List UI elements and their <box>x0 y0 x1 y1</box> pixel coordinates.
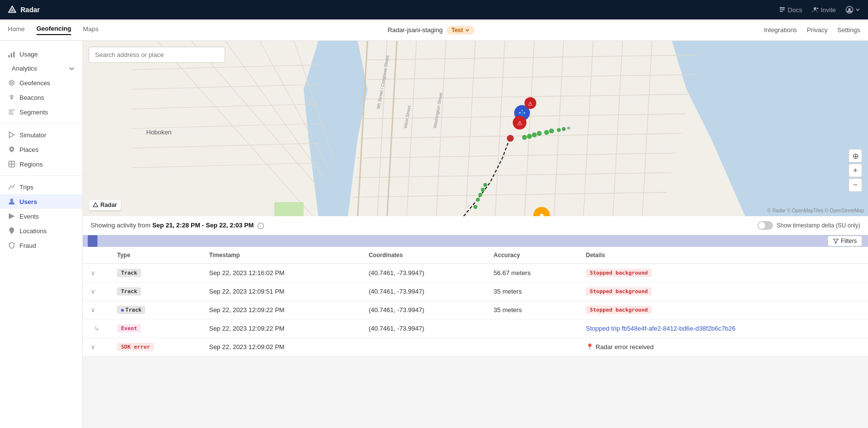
zoom-in-button[interactable]: + <box>849 164 862 177</box>
detail-cell: Stopped background <box>578 264 868 282</box>
timestamp-cell: Sep 22, 2023 12:09:22 PM <box>201 301 361 319</box>
timeline-scrubber[interactable]: Filters <box>83 235 868 247</box>
col-accuracy: Accuracy <box>486 247 578 264</box>
sidebar-item-locations[interactable]: Locations <box>0 223 82 238</box>
filters-button[interactable]: Filters <box>828 236 862 246</box>
detail-cell: Stopped trip fb548e4f-afe2-8412-bd6e-d38… <box>578 319 868 338</box>
svg-point-59 <box>549 129 554 133</box>
toggle-label: Show timestamp delta (SU only) <box>777 222 860 229</box>
expand-button[interactable]: ∨ <box>91 343 96 351</box>
detail-link[interactable]: Stopped trip fb548e4f-afe2-8412-bd6e-d38… <box>586 325 735 332</box>
table-header: Type Timestamp Coordinates Accuracy Deta… <box>83 247 868 264</box>
expand-cell: ∨ <box>83 338 109 356</box>
workspace-name: Radar-jsani-staging <box>387 26 443 34</box>
trips-icon <box>8 183 16 191</box>
type-badge: Event <box>117 324 141 333</box>
sidebar-item-simulator[interactable]: Simulator <box>0 128 82 142</box>
col-expand <box>83 247 109 264</box>
nav-home[interactable]: Home <box>8 25 25 35</box>
detail-badge: Stopped background <box>586 306 652 314</box>
svg-text:👤: 👤 <box>519 110 525 116</box>
invite-link[interactable]: Invite <box>812 6 836 14</box>
timeline-handle[interactable] <box>88 235 97 247</box>
sidebar-item-places[interactable]: Places <box>0 142 82 157</box>
user-menu[interactable] <box>846 6 860 14</box>
geofences-icon <box>8 79 16 87</box>
docs-link[interactable]: Docs <box>779 6 802 14</box>
nav-maps[interactable]: Maps <box>83 25 98 35</box>
sidebar-item-usage[interactable]: Usage <box>0 47 82 61</box>
svg-point-66 <box>479 193 482 197</box>
sidebar-divider-2 <box>0 175 82 176</box>
sidebar-item-events[interactable]: Events <box>0 209 82 223</box>
col-coordinates: Coordinates <box>361 247 485 264</box>
svg-marker-20 <box>9 132 14 138</box>
sidebar-item-geofences[interactable]: Geofences <box>0 75 82 90</box>
svg-point-55 <box>537 131 541 136</box>
compass-button[interactable]: ⊕ <box>849 149 862 163</box>
sidebar-item-segments[interactable]: Segments <box>0 105 82 119</box>
main-layout: Usage Analytics Geofences Beacons Segmen… <box>0 41 868 356</box>
subnav-right-links: Integrations Privacy Settings <box>764 26 860 34</box>
sidebar-item-beacons[interactable]: Beacons <box>0 90 82 105</box>
privacy-link[interactable]: Privacy <box>807 26 828 34</box>
regions-icon <box>8 160 16 168</box>
expand-button[interactable]: ∨ <box>91 306 96 314</box>
type-badge: ●Track <box>117 306 145 314</box>
sidebar-item-fraud[interactable]: Fraud <box>0 238 82 253</box>
sidebar-item-trips[interactable]: Trips <box>0 180 82 194</box>
logo: Radar <box>8 5 40 14</box>
expand-cell: ∨ <box>83 282 109 301</box>
nav-geofencing[interactable]: Geofencing <box>37 25 72 35</box>
accuracy-cell: 35 meters <box>486 282 578 301</box>
map-svg: 👤 ⚠ ⚠ West Street Washington Street <box>83 41 868 216</box>
table-row: ↳EventSep 22, 2023 12:09:22 PM(40.7461, … <box>83 319 868 338</box>
accuracy-cell <box>486 338 578 356</box>
expand-cell: ∨ <box>83 264 109 282</box>
env-badge[interactable]: Test <box>446 26 475 35</box>
svg-rect-4 <box>780 11 783 12</box>
timestamp-toggle[interactable] <box>757 221 773 230</box>
sidebar-item-users[interactable]: Users <box>0 194 82 209</box>
error-detail: 📍Radar error received <box>586 343 654 351</box>
accuracy-cell: 56.67 meters <box>486 264 578 282</box>
expand-button[interactable]: ∨ <box>91 288 96 295</box>
expand-button[interactable]: ∨ <box>91 269 96 277</box>
accuracy-cell <box>486 319 578 338</box>
svg-point-56 <box>532 132 537 137</box>
table-row: ∨SDK errorSep 22, 2023 12:09:02 PM📍Radar… <box>83 338 868 356</box>
col-type: Type <box>109 247 201 264</box>
type-badge: SDK error <box>117 343 154 351</box>
map-search <box>89 47 225 63</box>
detail-cell: Stopped background <box>578 301 868 319</box>
sidebar-item-regions[interactable]: Regions <box>0 157 82 171</box>
detail-badge: Stopped background <box>586 287 652 296</box>
type-cell: Track <box>109 264 201 282</box>
svg-marker-81 <box>93 203 98 206</box>
integrations-link[interactable]: Integrations <box>764 26 797 34</box>
svg-rect-11 <box>11 53 12 57</box>
data-table: Type Timestamp Coordinates Accuracy Deta… <box>83 247 868 356</box>
detail-cell: 📍Radar error received <box>578 338 868 356</box>
table-row: ∨TrackSep 22, 2023 12:09:51 PM(40.7461, … <box>83 282 868 301</box>
coordinates-cell: (40.7461, -73.9947) <box>361 319 485 338</box>
table-container: Type Timestamp Coordinates Accuracy Deta… <box>83 247 868 356</box>
indent-icon: ↳ <box>91 325 99 332</box>
svg-point-62 <box>562 127 566 131</box>
workspace-info: Radar-jsani-staging Test <box>387 26 475 35</box>
settings-link[interactable]: Settings <box>837 26 860 34</box>
type-cell: SDK error <box>109 338 201 356</box>
simulator-icon <box>8 131 16 139</box>
svg-point-15 <box>11 82 13 84</box>
analytics-section-left: Analytics <box>8 65 37 72</box>
zoom-out-button[interactable]: − <box>849 178 862 192</box>
sidebar-section-analytics[interactable]: Analytics <box>0 61 82 75</box>
svg-point-68 <box>473 205 477 209</box>
svg-point-58 <box>522 135 527 140</box>
map-search-input[interactable] <box>89 47 225 63</box>
segments-icon <box>8 108 16 116</box>
type-cell: ●Track <box>109 301 201 319</box>
svg-point-57 <box>527 134 532 139</box>
svg-point-5 <box>813 7 816 10</box>
map-container[interactable]: 👤 ⚠ ⚠ West Street Washington Street <box>83 41 868 216</box>
